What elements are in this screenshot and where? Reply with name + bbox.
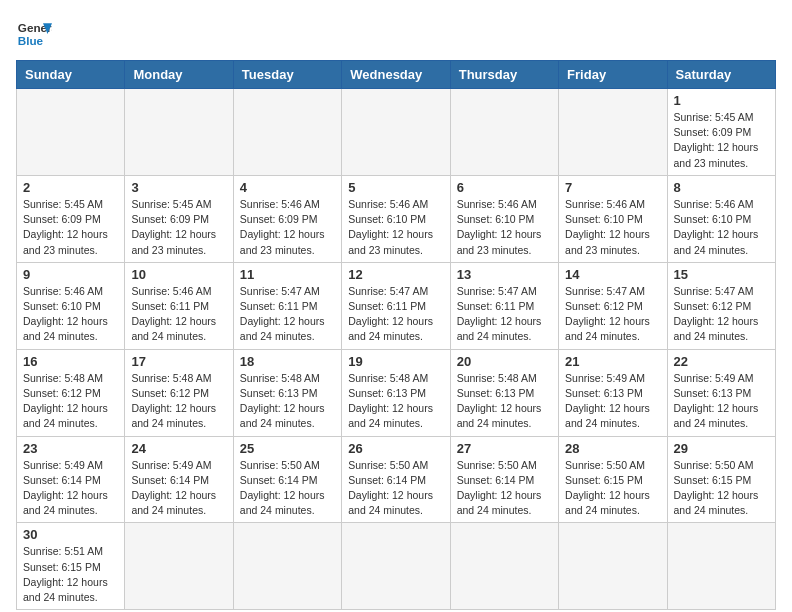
day-info: Sunrise: 5:50 AM Sunset: 6:15 PM Dayligh… (565, 458, 660, 519)
calendar-day: 10Sunrise: 5:46 AM Sunset: 6:11 PM Dayli… (125, 262, 233, 349)
day-info: Sunrise: 5:48 AM Sunset: 6:12 PM Dayligh… (23, 371, 118, 432)
page-header: General Blue (16, 16, 776, 52)
day-number: 6 (457, 180, 552, 195)
calendar-week-6: 30Sunrise: 5:51 AM Sunset: 6:15 PM Dayli… (17, 523, 776, 610)
day-number: 15 (674, 267, 769, 282)
weekday-header-wednesday: Wednesday (342, 61, 450, 89)
calendar-day: 20Sunrise: 5:48 AM Sunset: 6:13 PM Dayli… (450, 349, 558, 436)
calendar-day (233, 523, 341, 610)
day-number: 30 (23, 527, 118, 542)
calendar-day: 24Sunrise: 5:49 AM Sunset: 6:14 PM Dayli… (125, 436, 233, 523)
weekday-header-monday: Monday (125, 61, 233, 89)
day-info: Sunrise: 5:48 AM Sunset: 6:13 PM Dayligh… (240, 371, 335, 432)
calendar-day: 26Sunrise: 5:50 AM Sunset: 6:14 PM Dayli… (342, 436, 450, 523)
day-number: 10 (131, 267, 226, 282)
day-info: Sunrise: 5:49 AM Sunset: 6:14 PM Dayligh… (131, 458, 226, 519)
day-number: 2 (23, 180, 118, 195)
day-number: 11 (240, 267, 335, 282)
day-number: 1 (674, 93, 769, 108)
day-info: Sunrise: 5:48 AM Sunset: 6:13 PM Dayligh… (457, 371, 552, 432)
day-info: Sunrise: 5:47 AM Sunset: 6:11 PM Dayligh… (348, 284, 443, 345)
day-info: Sunrise: 5:45 AM Sunset: 6:09 PM Dayligh… (23, 197, 118, 258)
calendar-day: 17Sunrise: 5:48 AM Sunset: 6:12 PM Dayli… (125, 349, 233, 436)
weekday-header-tuesday: Tuesday (233, 61, 341, 89)
day-number: 8 (674, 180, 769, 195)
calendar-day: 1Sunrise: 5:45 AM Sunset: 6:09 PM Daylig… (667, 89, 775, 176)
calendar-day: 22Sunrise: 5:49 AM Sunset: 6:13 PM Dayli… (667, 349, 775, 436)
day-number: 28 (565, 441, 660, 456)
calendar-day: 6Sunrise: 5:46 AM Sunset: 6:10 PM Daylig… (450, 175, 558, 262)
calendar-day: 23Sunrise: 5:49 AM Sunset: 6:14 PM Dayli… (17, 436, 125, 523)
calendar-day: 18Sunrise: 5:48 AM Sunset: 6:13 PM Dayli… (233, 349, 341, 436)
weekday-header-friday: Friday (559, 61, 667, 89)
calendar-week-4: 16Sunrise: 5:48 AM Sunset: 6:12 PM Dayli… (17, 349, 776, 436)
day-info: Sunrise: 5:47 AM Sunset: 6:11 PM Dayligh… (457, 284, 552, 345)
calendar-day: 21Sunrise: 5:49 AM Sunset: 6:13 PM Dayli… (559, 349, 667, 436)
logo: General Blue (16, 16, 52, 52)
day-info: Sunrise: 5:48 AM Sunset: 6:13 PM Dayligh… (348, 371, 443, 432)
calendar-day: 28Sunrise: 5:50 AM Sunset: 6:15 PM Dayli… (559, 436, 667, 523)
day-info: Sunrise: 5:48 AM Sunset: 6:12 PM Dayligh… (131, 371, 226, 432)
calendar-week-2: 2Sunrise: 5:45 AM Sunset: 6:09 PM Daylig… (17, 175, 776, 262)
calendar-day: 11Sunrise: 5:47 AM Sunset: 6:11 PM Dayli… (233, 262, 341, 349)
day-number: 17 (131, 354, 226, 369)
day-number: 20 (457, 354, 552, 369)
day-info: Sunrise: 5:50 AM Sunset: 6:15 PM Dayligh… (674, 458, 769, 519)
calendar-day: 12Sunrise: 5:47 AM Sunset: 6:11 PM Dayli… (342, 262, 450, 349)
calendar-day: 27Sunrise: 5:50 AM Sunset: 6:14 PM Dayli… (450, 436, 558, 523)
calendar-day: 14Sunrise: 5:47 AM Sunset: 6:12 PM Dayli… (559, 262, 667, 349)
day-info: Sunrise: 5:46 AM Sunset: 6:10 PM Dayligh… (565, 197, 660, 258)
calendar-day: 2Sunrise: 5:45 AM Sunset: 6:09 PM Daylig… (17, 175, 125, 262)
day-info: Sunrise: 5:50 AM Sunset: 6:14 PM Dayligh… (348, 458, 443, 519)
calendar-day: 19Sunrise: 5:48 AM Sunset: 6:13 PM Dayli… (342, 349, 450, 436)
calendar-day (450, 523, 558, 610)
day-info: Sunrise: 5:50 AM Sunset: 6:14 PM Dayligh… (240, 458, 335, 519)
day-info: Sunrise: 5:47 AM Sunset: 6:12 PM Dayligh… (674, 284, 769, 345)
calendar-week-1: 1Sunrise: 5:45 AM Sunset: 6:09 PM Daylig… (17, 89, 776, 176)
day-number: 29 (674, 441, 769, 456)
day-number: 12 (348, 267, 443, 282)
day-info: Sunrise: 5:50 AM Sunset: 6:14 PM Dayligh… (457, 458, 552, 519)
day-info: Sunrise: 5:46 AM Sunset: 6:10 PM Dayligh… (674, 197, 769, 258)
calendar-day (559, 89, 667, 176)
calendar-day (667, 523, 775, 610)
svg-text:Blue: Blue (18, 34, 44, 47)
day-number: 14 (565, 267, 660, 282)
calendar-table: SundayMondayTuesdayWednesdayThursdayFrid… (16, 60, 776, 610)
calendar-day: 7Sunrise: 5:46 AM Sunset: 6:10 PM Daylig… (559, 175, 667, 262)
day-number: 19 (348, 354, 443, 369)
day-info: Sunrise: 5:46 AM Sunset: 6:10 PM Dayligh… (348, 197, 443, 258)
day-info: Sunrise: 5:49 AM Sunset: 6:14 PM Dayligh… (23, 458, 118, 519)
calendar-day (342, 89, 450, 176)
calendar-day (559, 523, 667, 610)
calendar-week-5: 23Sunrise: 5:49 AM Sunset: 6:14 PM Dayli… (17, 436, 776, 523)
weekday-header-thursday: Thursday (450, 61, 558, 89)
day-number: 5 (348, 180, 443, 195)
day-number: 16 (23, 354, 118, 369)
day-number: 18 (240, 354, 335, 369)
calendar-day: 9Sunrise: 5:46 AM Sunset: 6:10 PM Daylig… (17, 262, 125, 349)
day-info: Sunrise: 5:46 AM Sunset: 6:10 PM Dayligh… (23, 284, 118, 345)
day-number: 22 (674, 354, 769, 369)
calendar-day (17, 89, 125, 176)
day-info: Sunrise: 5:49 AM Sunset: 6:13 PM Dayligh… (674, 371, 769, 432)
calendar-day (233, 89, 341, 176)
day-number: 27 (457, 441, 552, 456)
day-number: 25 (240, 441, 335, 456)
calendar-day: 16Sunrise: 5:48 AM Sunset: 6:12 PM Dayli… (17, 349, 125, 436)
calendar-day (125, 89, 233, 176)
day-info: Sunrise: 5:47 AM Sunset: 6:11 PM Dayligh… (240, 284, 335, 345)
day-number: 9 (23, 267, 118, 282)
weekday-header-saturday: Saturday (667, 61, 775, 89)
day-number: 13 (457, 267, 552, 282)
day-info: Sunrise: 5:45 AM Sunset: 6:09 PM Dayligh… (131, 197, 226, 258)
calendar-day: 8Sunrise: 5:46 AM Sunset: 6:10 PM Daylig… (667, 175, 775, 262)
calendar-day: 3Sunrise: 5:45 AM Sunset: 6:09 PM Daylig… (125, 175, 233, 262)
day-number: 3 (131, 180, 226, 195)
day-info: Sunrise: 5:46 AM Sunset: 6:09 PM Dayligh… (240, 197, 335, 258)
day-info: Sunrise: 5:51 AM Sunset: 6:15 PM Dayligh… (23, 544, 118, 605)
day-info: Sunrise: 5:46 AM Sunset: 6:10 PM Dayligh… (457, 197, 552, 258)
day-info: Sunrise: 5:47 AM Sunset: 6:12 PM Dayligh… (565, 284, 660, 345)
day-number: 21 (565, 354, 660, 369)
day-number: 24 (131, 441, 226, 456)
